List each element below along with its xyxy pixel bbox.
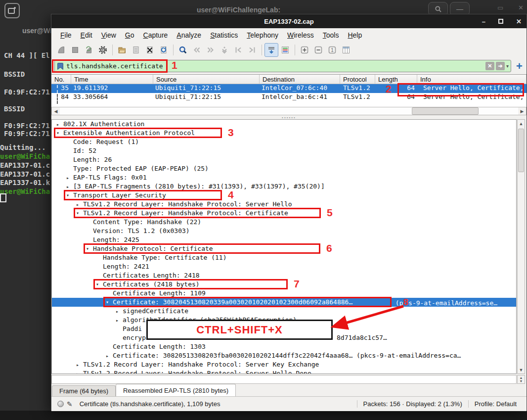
packet-row[interactable]: 84 33.305664 Ubiquiti_71:22:15 IntelCor_… xyxy=(51,93,527,102)
reload-file-icon[interactable] xyxy=(157,43,171,57)
expander-closed-icon[interactable]: ▸ xyxy=(76,361,83,370)
expander-closed-icon[interactable]: ▸ xyxy=(66,174,73,183)
menu-analyze[interactable]: Analyze xyxy=(173,29,205,41)
filter-add-icon[interactable]: + xyxy=(516,61,523,71)
menu-statistics[interactable]: Statistics xyxy=(206,29,242,41)
menu-wireless[interactable]: Wireless xyxy=(283,29,318,41)
tab-reassembled-eap-tls[interactable]: Reassembled EAP-TLS (2810 bytes) xyxy=(116,384,236,396)
zoom-in-icon[interactable] xyxy=(298,43,311,57)
expander-closed-icon[interactable]: ▸ xyxy=(106,352,113,361)
menu-tools[interactable]: Tools xyxy=(319,29,343,41)
menu-view[interactable]: View xyxy=(97,29,120,41)
zoom-out-icon[interactable] xyxy=(311,43,325,57)
packet-list-pane[interactable]: No. Time Source Destination Protocol Len… xyxy=(51,74,527,107)
detail-tree-row[interactable]: ▸Certificate: 30820513308203fba003020102… xyxy=(52,351,516,360)
expander-closed-icon[interactable]: ▸ xyxy=(116,307,123,316)
scroll-left-icon[interactable]: ◀ xyxy=(52,107,60,115)
menu-help[interactable]: Help xyxy=(344,29,366,41)
next-packet-icon[interactable] xyxy=(204,43,218,57)
detail-tree-row[interactable]: Certificate Length: 1303 xyxy=(52,342,516,351)
expander-open-icon[interactable]: ▾ xyxy=(76,209,83,218)
display-filter-input[interactable]: tls.handshake.certificate ✕ ➜ ▾ xyxy=(54,60,511,72)
find-packet-icon[interactable] xyxy=(176,43,190,57)
column-source[interactable]: Source xyxy=(153,75,260,84)
stop-capture-icon[interactable] xyxy=(68,43,82,57)
detail-tree-row[interactable]: Handshake Type: Certificate (11) xyxy=(52,253,516,262)
pane-splitter[interactable]: •••••• xyxy=(51,115,527,119)
detail-tree-row[interactable]: ▸TLSv1.2 Record Layer: Handshake Protoco… xyxy=(52,369,516,374)
last-packet-icon[interactable] xyxy=(245,43,259,57)
scroll-right-icon[interactable]: ▶ xyxy=(518,107,526,115)
first-packet-icon[interactable] xyxy=(231,43,245,57)
detail-tree-row[interactable]: ▸TLSv1.2 Record Layer: Handshake Protoco… xyxy=(52,360,516,369)
expander-open-icon[interactable]: ▾ xyxy=(106,298,113,307)
hscroll-thumb[interactable] xyxy=(412,107,479,115)
expert-info-icon[interactable] xyxy=(57,401,64,407)
filter-dropdown-icon[interactable]: ▾ xyxy=(506,63,509,69)
column-time[interactable]: Time xyxy=(71,75,153,84)
detail-tree-row[interactable]: ▾Handshake Protocol: Certificate6 xyxy=(52,244,516,253)
menu-capture[interactable]: Capture xyxy=(139,29,172,41)
colorize-packets-icon[interactable] xyxy=(278,43,292,57)
close-icon[interactable]: ✕ xyxy=(516,18,522,25)
previous-packet-icon[interactable] xyxy=(190,43,204,57)
filter-bookmark-icon[interactable] xyxy=(57,62,64,70)
detail-vscrollbar[interactable]: ▲ ▼ xyxy=(517,119,525,374)
restart-capture-icon[interactable] xyxy=(82,43,96,57)
detail-tree-row[interactable]: Content Type: Handshake (22) xyxy=(52,218,516,227)
packet-bytes-pane[interactable] xyxy=(51,375,517,384)
expander-open-icon[interactable]: ▾ xyxy=(96,280,103,289)
capture-comment-icon[interactable]: ✎ xyxy=(67,400,73,408)
packet-list-hscrollbar[interactable]: ◀ ▶ xyxy=(51,107,527,115)
close-file-icon[interactable] xyxy=(143,43,157,57)
column-protocol[interactable]: Protocol xyxy=(340,75,375,84)
save-file-icon[interactable] xyxy=(129,43,143,57)
detail-tree-row[interactable]: Length: 26 xyxy=(52,155,516,164)
status-profile[interactable]: Profile: Default xyxy=(468,400,523,408)
window-titlebar[interactable]: EAP1337-02.cap – ✕ xyxy=(51,14,527,28)
zoom-original-icon[interactable]: 1 xyxy=(325,43,339,57)
auto-scroll-icon[interactable] xyxy=(264,43,278,57)
maximize-icon[interactable] xyxy=(498,19,503,24)
expander-open-icon[interactable]: ▾ xyxy=(66,191,73,200)
column-length[interactable]: Length xyxy=(375,75,417,84)
detail-tree-row[interactable]: ▾TLSv1.2 Record Layer: Handshake Protoco… xyxy=(52,209,516,218)
terminal-close-icon[interactable]: ✕ xyxy=(518,4,524,11)
go-to-packet-icon[interactable] xyxy=(218,43,231,57)
detail-tree-row[interactable]: Type: Protected EAP (EAP-PEAP) (25) xyxy=(52,164,516,173)
scroll-down-icon[interactable]: ▼ xyxy=(518,366,525,373)
detail-tree-row[interactable]: ▾Extensible Authentication Protocol3 xyxy=(52,129,516,138)
detail-tree-row[interactable]: Id: 52 xyxy=(52,146,516,155)
terminal-maximize-icon[interactable]: ▭ xyxy=(497,4,503,11)
expander-open-icon[interactable]: ▾ xyxy=(86,244,93,253)
open-file-icon[interactable] xyxy=(115,43,129,57)
expander-closed-icon[interactable]: ▸ xyxy=(116,316,123,325)
scroll-up-icon[interactable]: ▲ xyxy=(518,120,525,127)
column-no[interactable]: No. xyxy=(51,75,71,84)
detail-tree-row[interactable]: Length: 2421 xyxy=(52,262,516,271)
expander-open-icon[interactable]: ▾ xyxy=(56,129,63,138)
menu-go[interactable]: Go xyxy=(121,29,138,41)
selected-certificate[interactable]: ▾Certificate: 3082045130820339a003020102… xyxy=(52,298,516,307)
expander-closed-icon[interactable]: ▸ xyxy=(76,370,83,374)
packet-row[interactable]: 35 19.611392 Ubiquiti_71:22:15 IntelCor_… xyxy=(51,84,527,93)
detail-tree-row[interactable]: ▸signedCertificate xyxy=(52,307,516,316)
detail-tree-row[interactable]: Code: Request (1) xyxy=(52,138,516,146)
column-info[interactable]: Info xyxy=(417,75,527,84)
minimize-icon[interactable]: – xyxy=(482,18,485,25)
bytes-pane-spinner[interactable]: ▲▼ xyxy=(517,375,525,384)
screenshot-tool-icon[interactable] xyxy=(4,3,20,18)
resize-columns-icon[interactable] xyxy=(339,43,353,57)
vscroll-thumb[interactable] xyxy=(518,129,524,172)
detail-tree-row[interactable]: ▾Certificates (2418 bytes)7 xyxy=(52,280,516,289)
packet-list-header[interactable]: No. Time Source Destination Protocol Len… xyxy=(51,75,527,84)
detail-tree-row[interactable]: Version: TLS 1.2 (0x0303) xyxy=(52,227,516,235)
detail-tree-row[interactable]: ▾Transport Layer Security4 xyxy=(52,191,516,200)
menu-file[interactable]: File xyxy=(56,29,76,41)
tab-frame[interactable]: Frame (64 bytes) xyxy=(52,385,116,396)
filter-clear-icon[interactable]: ✕ xyxy=(485,62,494,70)
filter-apply-icon[interactable]: ➜ xyxy=(496,62,505,70)
menu-telephony[interactable]: Telephony xyxy=(243,29,282,41)
menu-edit[interactable]: Edit xyxy=(77,29,96,41)
detail-tree-row[interactable]: ▸EAP-TLS Flags: 0x01 xyxy=(52,173,516,182)
